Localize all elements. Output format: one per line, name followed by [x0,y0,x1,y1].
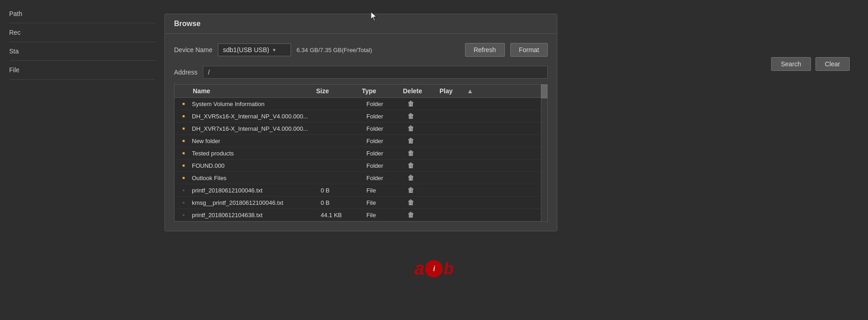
table-row: ▪ FOUND.000 Folder 🗑 [175,160,547,172]
file-type-4: Folder [366,150,408,157]
file-type-5: Folder [366,162,408,169]
table-row: ▪ DH_XVR5x16-X_Internal_NP_V4.000.000...… [175,110,547,123]
file-type-7: File [366,187,408,194]
clear-button[interactable]: Clear [815,57,850,71]
table-row: ▪ Outlook Files Folder 🗑 [175,172,547,184]
file-name-9: printf_20180612104638.txt [188,212,321,219]
file-type-1: Folder [366,113,408,120]
file-name-4: Tested products [188,150,321,157]
device-dropdown-arrow: ▼ [272,48,276,53]
scrollbar-track[interactable] [541,85,547,221]
folder-icon: ▪ [179,100,188,107]
delete-icon-1[interactable]: 🗑 [408,112,444,120]
file-name-2: DH_XVR7x16-X_Internal_NP_V4.000.000... [188,125,321,132]
folder-icon: ▪ [179,125,188,132]
file-type-2: Folder [366,125,408,132]
file-name-8: kmsg__printf_20180612100046.txt [188,199,321,206]
device-value: sdb1(USB USB) [223,46,269,53]
table-row: ▫ printf_20180612104638.txt 44.1 KB File… [175,209,547,221]
delete-icon-4[interactable]: 🗑 [408,149,444,157]
file-doc-icon: ▫ [179,199,188,206]
device-select[interactable]: sdb1(USB USB) ▼ [218,43,291,56]
file-size-7: 0 B [321,187,366,194]
left-panel: Path Rec Sta File [0,0,164,320]
left-label-path: Path [9,5,155,23]
delete-icon-8[interactable]: 🗑 [408,199,444,206]
file-doc-icon: ▫ [179,187,188,194]
table-row: ▪ Tested products Folder 🗑 [175,147,547,160]
delete-icon-3[interactable]: 🗑 [408,137,444,144]
file-doc-icon: ▫ [179,211,188,219]
address-label: Address [174,69,197,76]
col-header-delete: Delete [403,87,439,95]
table-header: Name Size Type Delete Play ▲ [175,85,547,98]
table-row: ▫ printf_20180612100046.txt 0 B File 🗑 [175,184,547,197]
folder-icon: ▪ [179,162,188,169]
address-input[interactable] [203,66,548,79]
sort-icon[interactable]: ▲ [467,87,476,95]
folder-icon: ▪ [179,174,188,181]
device-row: Device Name sdb1(USB USB) ▼ 6.34 GB/7.35… [174,43,548,57]
browse-dialog: Browse Device Name sdb1(USB USB) ▼ 6.34 … [164,14,557,231]
address-row: Address [174,66,548,79]
left-label-rec: Rec [9,23,155,42]
delete-icon-9[interactable]: 🗑 [408,211,444,219]
file-name-0: System Volume Information [188,101,321,107]
file-type-9: File [366,212,408,219]
delete-icon-5[interactable]: 🗑 [408,162,444,169]
file-type-3: Folder [366,138,408,144]
file-type-8: File [366,199,408,206]
scrollbar-thumb[interactable] [541,85,547,98]
file-name-7: printf_20180612100046.txt [188,187,321,194]
folder-icon: ▪ [179,137,188,144]
col-header-type: Type [362,87,403,95]
file-name-5: FOUND.000 [188,162,321,169]
file-size-9: 44.1 KB [321,212,366,219]
delete-icon-7[interactable]: 🗑 [408,187,444,194]
file-type-0: Folder [366,101,408,107]
folder-icon: ▪ [179,149,188,157]
file-rows: ▪ System Volume Information Folder 🗑 ▪ D… [175,98,547,221]
format-button[interactable]: Format [510,43,548,57]
col-header-play: Play [439,87,467,95]
delete-icon-2[interactable]: 🗑 [408,125,444,132]
left-label-file: File [9,61,155,80]
table-row: ▫ kmsg__printf_20180612100046.txt 0 B Fi… [175,197,547,209]
table-row: ▪ DH_XVR7x16-X_Internal_NP_V4.000.000...… [175,123,547,135]
folder-icon: ▪ [179,112,188,120]
table-row: ▪ New folder Folder 🗑 [175,135,547,147]
col-header-name: Name [175,87,316,95]
file-type-6: Folder [366,175,408,181]
delete-icon-6[interactable]: 🗑 [408,174,444,181]
search-button[interactable]: Search [771,57,810,71]
delete-icon-0[interactable]: 🗑 [408,100,444,107]
dialog-title: Browse [165,14,557,34]
file-name-6: Outlook Files [188,175,321,181]
right-buttons-container: Search Clear [771,57,850,71]
file-table: Name Size Type Delete Play ▲ ▪ System Vo… [174,84,548,222]
file-size-8: 0 B [321,199,366,206]
device-name-label: Device Name [174,46,212,53]
col-header-size: Size [316,87,362,95]
file-name-3: New folder [188,138,321,144]
device-info: 6.34 GB/7.35 GB(Free/Total) [296,47,372,53]
left-label-sta: Sta [9,42,155,61]
dialog-body: Device Name sdb1(USB USB) ▼ 6.34 GB/7.35… [165,34,557,231]
refresh-button[interactable]: Refresh [465,43,505,57]
table-row: ▪ System Volume Information Folder 🗑 [175,98,547,110]
file-name-1: DH_XVR5x16-X_Internal_NP_V4.000.000... [188,113,321,120]
